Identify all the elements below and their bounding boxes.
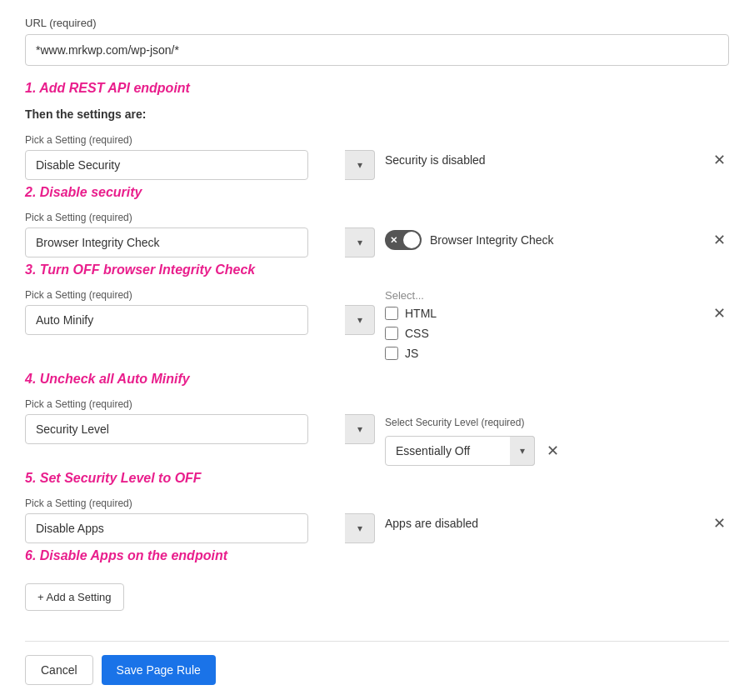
close-btn-4[interactable]: ✕ [543,443,562,458]
close-btn-5[interactable]: ✕ [710,516,729,531]
setting-left-1: Pick a Setting (required) Disable Securi… [25,134,375,180]
html-label: HTML [405,307,437,320]
security-select-wrapper: Essentially Off Low Medium High ▾ [385,436,535,466]
css-checkbox[interactable] [385,327,398,340]
step5-label: 5. Set Security Level to OFF [25,471,729,486]
close-btn-3[interactable]: ✕ [710,306,729,321]
cancel-button[interactable]: Cancel [25,655,93,685]
step3-label: 3. Turn OFF browser Integrity Check [25,262,729,278]
toggle-track: ✕ [385,230,422,250]
status-text-5: Apps are disabled [385,517,702,530]
setting-block-3: Pick a Setting (required) Auto Minify ▾ … [25,289,729,367]
step6-label: 6. Disable Apps on the endpoint [25,548,729,563]
setting-row-4: Pick a Setting (required) Security Level… [25,398,729,466]
select-wrapper-5: Disable Apps ▾ [25,513,375,543]
setting-select-5[interactable]: Disable Apps [25,513,308,543]
toggle-thumb [403,232,420,248]
select-arrow-4: ▾ [345,414,375,444]
setting-row-3: Pick a Setting (required) Auto Minify ▾ … [25,289,729,367]
right-section-5: Apps are disabled ✕ [385,498,729,531]
add-setting-button[interactable]: + Add a Setting [25,583,124,611]
select-arrow-3: ▾ [345,305,375,335]
checkbox-group: HTML CSS JS [385,307,702,360]
setting-select-4[interactable]: Security Level [25,414,308,444]
then-settings-label: Then the settings are: [25,108,729,121]
setting-row-2: Pick a Setting (required) Browser Integr… [25,212,729,258]
footer-buttons: Cancel Save Page Rule [25,655,729,685]
checkbox-item-css: CSS [385,327,702,340]
browser-integrity-toggle[interactable]: ✕ [385,230,422,250]
url-section: URL (required) [25,17,729,66]
css-label: CSS [405,327,429,340]
js-label: JS [405,347,418,360]
auto-minify-options: Select... HTML CSS JS [385,289,702,367]
setting-block-4: Pick a Setting (required) Security Level… [25,398,729,466]
security-level-row: Essentially Off Low Medium High ▾ ✕ [385,436,562,466]
setting-select-3[interactable]: Auto Minify [25,305,308,335]
footer-divider [25,641,729,642]
close-btn-2[interactable]: ✕ [710,232,729,248]
select-wrapper-4: Security Level ▾ [25,414,375,444]
right-section-4: Select Security Level (required) Essenti… [385,398,729,466]
select-placeholder: Select... [385,289,702,302]
setting-block-5: Pick a Setting (required) Disable Apps ▾… [25,498,729,543]
right-section-2: ✕ Browser Integrity Check ✕ [385,212,729,250]
step4-label: 4. Uncheck all Auto Minify [25,372,729,387]
js-checkbox[interactable] [385,347,398,360]
step2-label: 2. Disable security [25,185,729,200]
close-btn-1[interactable]: ✕ [710,152,729,168]
select-arrow-2: ▾ [345,228,375,258]
right-section-1: Security is disabled ✕ [385,134,729,168]
status-text-1: Security is disabled [385,153,702,167]
select-wrapper-3: Auto Minify ▾ [25,305,375,335]
select-arrow-1: ▾ [345,150,375,180]
toggle-container: ✕ [385,230,422,250]
setting-left-4: Pick a Setting (required) Security Level… [25,398,375,444]
checkbox-item-js: JS [385,347,702,360]
url-input[interactable] [25,34,729,66]
url-label: URL (required) [25,17,729,29]
select-arrow-5: ▾ [345,513,375,543]
security-level-label: Select Security Level (required) [385,417,524,428]
setting-left-3: Pick a Setting (required) Auto Minify ▾ [25,289,375,335]
pick-label-2: Pick a Setting (required) [25,212,375,223]
pick-label-4: Pick a Setting (required) [25,398,375,410]
toggle-x-icon: ✕ [390,235,397,246]
html-checkbox[interactable] [385,307,398,320]
setting-row-1: Pick a Setting (required) Disable Securi… [25,134,729,180]
step1-label: 1. Add REST API endpoint [25,81,729,96]
setting-block-1: Pick a Setting (required) Disable Securi… [25,134,729,180]
pick-label-5: Pick a Setting (required) [25,498,375,509]
pick-label-1: Pick a Setting (required) [25,134,375,146]
setting-left-5: Pick a Setting (required) Disable Apps ▾ [25,498,375,543]
select-wrapper-2: Browser Integrity Check ▾ [25,228,375,258]
setting-row-5: Pick a Setting (required) Disable Apps ▾… [25,498,729,543]
setting-block-2: Pick a Setting (required) Browser Integr… [25,212,729,258]
checkbox-item-html: HTML [385,307,702,320]
setting-left-2: Pick a Setting (required) Browser Integr… [25,212,375,258]
status-text-2: Browser Integrity Check [430,233,702,247]
setting-select-2[interactable]: Browser Integrity Check [25,228,308,258]
select-wrapper-1: Disable Security ▾ [25,150,375,180]
pick-label-3: Pick a Setting (required) [25,289,375,301]
setting-select-1[interactable]: Disable Security [25,150,308,180]
right-section-3: Select... HTML CSS JS ✕ [385,289,729,367]
save-button[interactable]: Save Page Rule [102,655,216,685]
security-level-select[interactable]: Essentially Off Low Medium High [385,436,535,466]
